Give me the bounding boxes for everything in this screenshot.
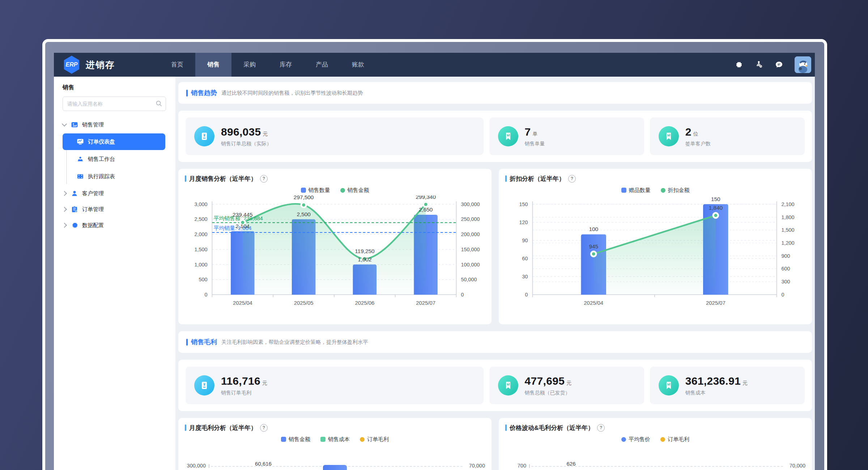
- legend-item[interactable]: 销售金额: [340, 187, 369, 194]
- nav-item-product[interactable]: 产品: [304, 53, 340, 77]
- svg-text:600: 600: [781, 266, 790, 272]
- search-input[interactable]: [63, 97, 166, 111]
- svg-text:250,000: 250,000: [461, 216, 480, 222]
- svg-text:¥: ¥: [203, 133, 205, 137]
- chevron-right-icon: [62, 207, 67, 212]
- legend-label: 销售金额: [289, 436, 310, 443]
- sidebar-item-tracking-sheet[interactable]: 执行跟踪表: [63, 168, 165, 185]
- svg-text:2025/07: 2025/07: [706, 300, 726, 306]
- legend-item[interactable]: 销售数量: [301, 187, 330, 194]
- axis-tickmark: [209, 464, 209, 468]
- svg-text:0: 0: [461, 292, 464, 298]
- legend-marker: [281, 437, 286, 442]
- legend-item[interactable]: 平均售价: [621, 436, 650, 443]
- menu-label: 订单仪表盘: [88, 138, 115, 145]
- nav-item-inventory[interactable]: 库存: [268, 53, 304, 77]
- menu-label: 数据配置: [82, 222, 104, 229]
- sidebar-item-order-dashboard[interactable]: 订单仪表盘: [63, 133, 165, 150]
- menu-label: 销售工作台: [88, 156, 115, 163]
- sidebar-group-data-config[interactable]: 数据配置: [54, 217, 175, 233]
- accent-bar: [185, 424, 186, 431]
- svg-text:60: 60: [522, 256, 528, 261]
- stat-label: 销售订单总额（实际）: [221, 141, 272, 147]
- nav-item-sales[interactable]: 销售: [195, 53, 231, 77]
- stat-label: 销售总额（已发货）: [525, 390, 572, 396]
- stat-card-order-profit: ¥ 116,716元 销售订单毛利: [186, 367, 484, 404]
- chart-legend: 赠品数量折扣金额: [505, 185, 805, 195]
- sidebar-item-sales-workbench[interactable]: 销售工作台: [63, 151, 165, 167]
- stat-unit: 单: [533, 131, 538, 137]
- svg-text:2,500: 2,500: [195, 216, 208, 222]
- logo-text: ERP: [66, 61, 78, 68]
- legend-item[interactable]: 折扣金额: [661, 187, 690, 194]
- price-profit-chart: 700 626 70,000: [505, 447, 805, 470]
- bar: [323, 465, 347, 470]
- help-icon[interactable]: ?: [260, 175, 268, 183]
- legend-item[interactable]: 订单毛利: [360, 436, 389, 443]
- sidebar-group-order-mgmt[interactable]: 订单管理: [54, 201, 175, 217]
- stat-label: 签单客户数: [685, 141, 711, 147]
- svg-text:1,800: 1,800: [781, 214, 794, 220]
- stat-card-order-count: 7单 销售单量: [489, 118, 644, 155]
- section-header-sales-trend: 销售趋势 通过比较不同时间段的销售额，识别出季节性波动和长期趋势: [178, 82, 812, 104]
- message-icon[interactable]: [774, 60, 784, 69]
- svg-text:50,000: 50,000: [461, 277, 477, 282]
- nav-item-purchase[interactable]: 采购: [231, 53, 268, 77]
- svg-text:945: 945: [589, 243, 598, 249]
- chart-title: 月度毛利分析（近半年）: [189, 424, 257, 432]
- approval-stamp-icon[interactable]: [754, 60, 763, 69]
- settings-icon[interactable]: [734, 60, 743, 69]
- chart-title: 折扣分析（近半年）: [510, 175, 565, 183]
- legend-item[interactable]: 赠品数量: [621, 187, 651, 194]
- legend-marker: [360, 437, 365, 442]
- stat-value: 7: [525, 126, 531, 138]
- legend-item[interactable]: 订单毛利: [660, 436, 689, 443]
- discount-chart: 030609012015003006009001,2001,5001,8002,…: [505, 196, 805, 314]
- gallery-icon: [71, 121, 78, 129]
- sidebar-group-sales-mgmt[interactable]: 销售管理: [54, 117, 175, 133]
- help-icon[interactable]: ?: [260, 424, 268, 432]
- section-desc: 通过比较不同时间段的销售额，识别出季节性波动和长期趋势: [221, 90, 363, 97]
- chart-panel-discount: 折扣分析（近半年） ? 赠品数量折扣金额 0306090120150030060…: [499, 169, 812, 324]
- chart-title: 月度销售分析（近半年）: [189, 175, 257, 183]
- stat-card-sales-cost: 361,236.91元 销售成本: [650, 367, 805, 404]
- accent-bar: [505, 424, 507, 431]
- app-logo: ERP: [63, 56, 80, 74]
- help-icon[interactable]: ?: [597, 424, 605, 432]
- svg-text:2,104: 2,104: [236, 223, 250, 229]
- section-title: 销售毛利: [191, 338, 217, 346]
- stat-label: 销售单量: [525, 141, 545, 147]
- nav-item-accounts[interactable]: 账款: [340, 53, 376, 77]
- legend-label: 销售成本: [328, 436, 350, 443]
- stat-unit: 元: [262, 380, 267, 386]
- legend-label: 销售金额: [348, 187, 369, 194]
- legend-item[interactable]: 销售成本: [320, 436, 350, 443]
- svg-text:120: 120: [519, 219, 528, 225]
- app-window: ERP 进销存 首页 销售 采购 库存 产品 账款: [42, 39, 827, 470]
- chart-legend: 销售金额销售成本订单毛利: [185, 435, 485, 444]
- svg-text:1,840: 1,840: [709, 205, 723, 211]
- svg-text:2025/04: 2025/04: [584, 300, 603, 306]
- accent-bar: [186, 339, 188, 346]
- bookmark-bars-icon: [659, 375, 679, 396]
- legend-label: 销售数量: [309, 187, 330, 194]
- svg-text:150: 150: [711, 196, 720, 202]
- chart-legend: 销售数量销售金额: [185, 185, 485, 195]
- legend-marker: [320, 437, 326, 442]
- search-icon: [156, 100, 162, 108]
- scrollbar[interactable]: [816, 55, 824, 470]
- sidebar-search: [63, 97, 166, 111]
- legend-label: 折扣金额: [668, 187, 690, 194]
- user-avatar[interactable]: [795, 56, 811, 73]
- legend-item[interactable]: 销售金额: [281, 436, 310, 443]
- stat-unit: 元: [743, 380, 748, 386]
- nav-item-home[interactable]: 首页: [159, 53, 195, 77]
- svg-text:500: 500: [199, 277, 208, 282]
- sidebar-group-customer-mgmt[interactable]: 客户管理: [54, 185, 175, 201]
- legend-marker: [621, 437, 626, 442]
- svg-text:300: 300: [781, 279, 790, 285]
- help-icon[interactable]: ?: [568, 175, 576, 183]
- svg-text:1,500: 1,500: [781, 227, 794, 233]
- axis-tick: 70,000: [790, 463, 805, 469]
- svg-text:100: 100: [589, 226, 598, 232]
